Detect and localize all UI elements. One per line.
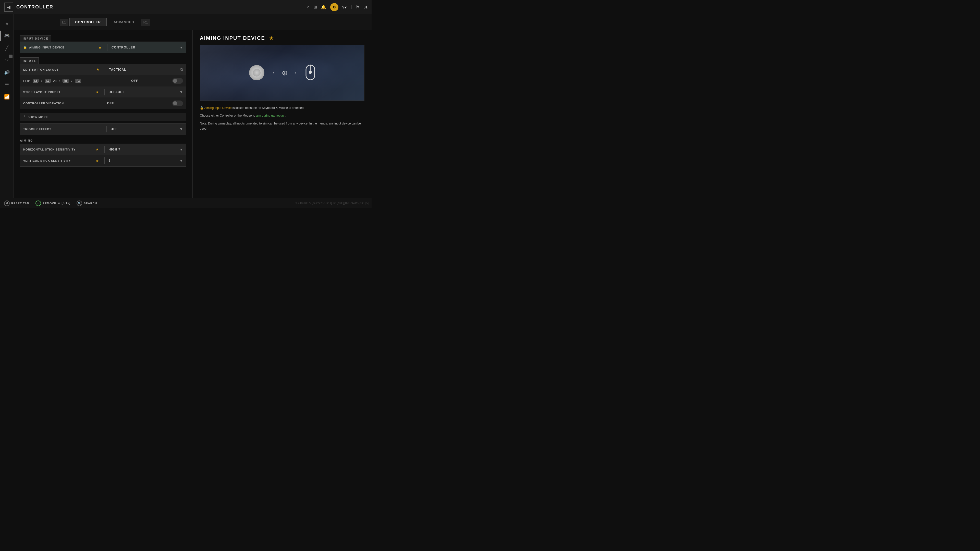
inputs-header: INPUTS [20, 57, 39, 64]
remove-count: ★ [8/15] [58, 202, 70, 205]
locked-info-text: 🔒 Aiming Input Device is locked because … [200, 105, 364, 110]
preview-box: ← → [200, 44, 364, 101]
reset-tab-button[interactable]: ↺ RESET TAB [4, 200, 29, 206]
horizontal-sensitivity-row[interactable]: HORIZONTAL STICK SENSITIVITY ★ HIGH 7 ▼ [20, 144, 186, 155]
l2-key: L2 [45, 79, 51, 83]
bottom-bar: ↺ RESET TAB - REMOVE ★ [8/15] 🔍 SEARCH 9… [0, 198, 372, 208]
stick-layout-star: ★ [96, 90, 99, 94]
bell-icon[interactable]: 🔔 [321, 5, 326, 10]
tab-right-nav[interactable]: R1 [141, 19, 150, 25]
aiming-device-star: ★ [99, 46, 102, 49]
edit-button-label: EDIT BUTTON LAYOUT [23, 68, 93, 71]
points-icon: ⚑ [356, 5, 360, 10]
aiming-device-row[interactable]: 🔒 AIMING INPUT DEVICE ★ CONTROLLER ▼ [20, 42, 186, 53]
aiming-header: AIMING [20, 139, 186, 142]
input-device-header: INPUT DEVICE [20, 35, 51, 41]
controller-vibration-value: OFF [107, 102, 170, 105]
trigger-effect-section: TRIGGER EFFECT OFF ▼ [20, 123, 186, 135]
controller-vibration-toggle[interactable] [172, 100, 183, 106]
search-label: SEARCH [84, 202, 97, 205]
vertical-sensitivity-value: 6 [109, 159, 178, 162]
edit-button-value: TACTICAL [109, 68, 179, 71]
edit-button-star: ★ [96, 68, 99, 71]
sidebar-item-notifications[interactable]: 12 [2, 55, 12, 65]
edit-button-layout-row[interactable]: EDIT BUTTON LAYOUT ★ TACTICAL ⧉ [20, 64, 186, 75]
controller-vibration-row[interactable]: CONTROLLER VIBRATION OFF [20, 98, 186, 109]
reset-label: RESET TAB [11, 202, 29, 205]
tab-controller[interactable]: CONTROLLER [69, 18, 107, 26]
flip-toggle[interactable] [172, 78, 183, 84]
aiming-box: HORIZONTAL STICK SENSITIVITY ★ HIGH 7 ▼ … [20, 144, 186, 167]
vertical-sensitivity-chevron: ▼ [180, 159, 183, 163]
flip-value: OFF [131, 79, 170, 83]
sidebar-item-signal[interactable]: 📶 [2, 92, 12, 102]
trigger-effect-row[interactable]: TRIGGER EFFECT OFF ▼ [20, 124, 186, 135]
sidebar-item-favorites[interactable]: ★ [2, 18, 12, 29]
arrow-right-icon: → [292, 69, 298, 76]
inputs-box: EDIT BUTTON LAYOUT ★ TACTICAL ⧉ FLIP L3 … [20, 64, 186, 109]
stick-layout-chevron: ▼ [180, 90, 183, 94]
sidebar-item-controller[interactable]: 🎮 [2, 30, 12, 41]
r3-key: R3 [62, 79, 69, 83]
vertical-sensitivity-row[interactable]: VERTICAL STICK SENSITIVITY ★ 6 ▼ [20, 155, 186, 166]
choice-end: . [285, 114, 286, 118]
level-display: 97 [342, 5, 347, 9]
horizontal-sensitivity-label: HORIZONTAL STICK SENSITIVITY [23, 148, 92, 151]
circle-icon[interactable]: ○ [307, 5, 310, 10]
right-panel-title: AIMING INPUT DEVICE ★ [200, 35, 364, 41]
arrow-left-icon: ← [272, 69, 278, 76]
trigger-effect-chevron: ▼ [180, 127, 183, 131]
right-panel-title-text: AIMING INPUT DEVICE [200, 35, 265, 41]
aiming-device-label: AIMING INPUT DEVICE [29, 46, 95, 49]
locked-reason: is locked because no Keyboard & Mouse is… [232, 106, 304, 110]
remove-label: REMOVE [43, 202, 56, 205]
topbar: ◀ CONTROLLER ○ ⊞ 🔔 ⚙ 97 | ⚑ 31 [0, 0, 372, 14]
controller-icon: 🎮 [4, 33, 10, 38]
page-title: CONTROLLER [16, 4, 53, 10]
choice-prefix: Choose either Controller or the Mouse to [200, 114, 255, 118]
trigger-effect-value: OFF [111, 127, 178, 131]
locked-label: Aiming Input Device [204, 106, 232, 110]
weapon-icon: ╱ [5, 45, 8, 51]
joystick-base [249, 65, 264, 80]
horizontal-sensitivity-value: HIGH 7 [109, 148, 178, 151]
stick-layout-row[interactable]: STICK LAYOUT PRESET ★ DEFAULT ▼ [20, 86, 186, 98]
star-icon: ★ [5, 21, 9, 26]
input-device-section: INPUT DEVICE 🔒 AIMING INPUT DEVICE ★ CON… [20, 35, 186, 53]
choice-link[interactable]: aim during gameplay [256, 114, 284, 118]
topbar-right: ○ ⊞ 🔔 ⚙ 97 | ⚑ 31 [307, 3, 368, 11]
svg-rect-2 [309, 70, 312, 74]
back-button[interactable]: ◀ [4, 3, 13, 12]
show-more-row[interactable]: └ SHOW MORE [20, 113, 186, 121]
sidebar: ★ 🎮 ╱ 12 🔊 ☰ 📶 [0, 14, 14, 198]
aiming-device-value: CONTROLLER [111, 46, 177, 49]
horizontal-sensitivity-star: ★ [96, 148, 99, 151]
remove-button[interactable]: - REMOVE ★ [8/15] [35, 200, 70, 206]
joystick-top [253, 69, 261, 76]
avatar[interactable]: ⚙ [330, 3, 339, 11]
trigger-effect-label: TRIGGER EFFECT [23, 127, 90, 130]
mouse-icon [305, 64, 315, 81]
lock-icon: 🔒 [23, 46, 27, 49]
tab-bar: L1 CONTROLLER ADVANCED R1 [14, 14, 372, 30]
flip-row[interactable]: FLIP L3 / L2 AND R3 / R2 OFF [20, 75, 186, 86]
tab-left-nav[interactable]: L1 [60, 19, 68, 25]
separator-icon: | [351, 5, 352, 10]
controller-vibration-label: CONTROLLER VIBRATION [23, 102, 86, 105]
remove-icon: - [35, 200, 41, 206]
show-more-arrow-icon: └ [23, 115, 26, 119]
lock-small-icon: 🔒 [200, 106, 204, 110]
aiming-section: AIMING HORIZONTAL STICK SENSITIVITY ★ HI… [20, 139, 186, 167]
grid-icon[interactable]: ⊞ [313, 5, 317, 10]
sidebar-item-audio[interactable]: 🔊 [2, 67, 12, 78]
sidebar-item-weapons[interactable]: ╱ [2, 43, 12, 53]
sidebar-item-list[interactable]: ☰ [2, 79, 12, 90]
slash1: / [41, 79, 42, 83]
crosshair-icon [280, 68, 290, 77]
search-button[interactable]: 🔍 SEARCH [76, 200, 97, 206]
horizontal-sensitivity-chevron: ▼ [180, 148, 183, 151]
arrows-crosshair-icon: ← → [272, 68, 298, 77]
stick-layout-label: STICK LAYOUT PRESET [23, 91, 92, 94]
tab-advanced[interactable]: ADVANCED [108, 18, 140, 26]
list-icon: ☰ [5, 82, 9, 87]
